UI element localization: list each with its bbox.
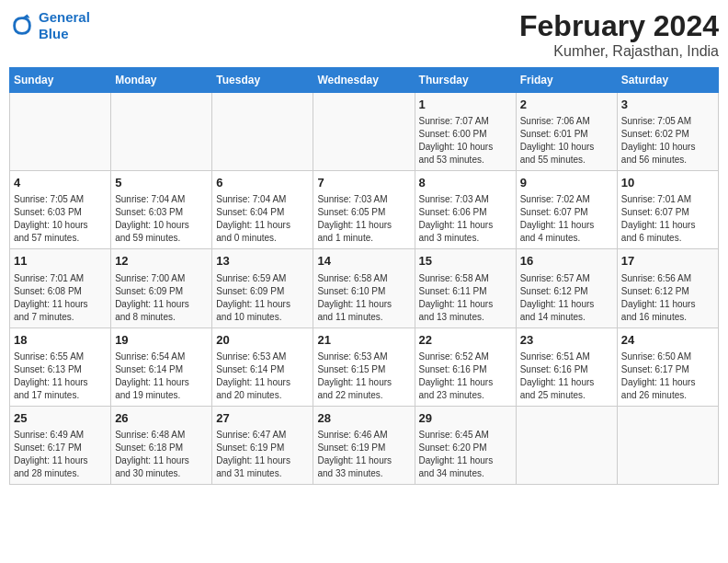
day-info: Sunrise: 6:48 AM Sunset: 6:18 PM Dayligh… bbox=[115, 429, 208, 480]
day-number: 22 bbox=[419, 332, 512, 349]
day-info: Sunrise: 7:05 AM Sunset: 6:02 PM Dayligh… bbox=[621, 115, 714, 167]
day-number: 10 bbox=[621, 175, 714, 191]
calendar-cell: 23Sunrise: 6:51 AM Sunset: 6:16 PM Dayli… bbox=[516, 327, 617, 406]
calendar-cell: 21Sunrise: 6:53 AM Sunset: 6:15 PM Dayli… bbox=[313, 327, 415, 406]
day-info: Sunrise: 7:03 AM Sunset: 6:06 PM Dayligh… bbox=[419, 193, 512, 245]
weekday-header-tuesday: Tuesday bbox=[212, 68, 313, 93]
calendar-cell: 4Sunrise: 7:05 AM Sunset: 6:03 PM Daylig… bbox=[10, 171, 111, 249]
calendar-cell: 1Sunrise: 7:07 AM Sunset: 6:00 PM Daylig… bbox=[415, 93, 516, 171]
calendar-cell: 29Sunrise: 6:45 AM Sunset: 6:20 PM Dayli… bbox=[415, 406, 516, 484]
weekday-header-monday: Monday bbox=[111, 68, 212, 93]
calendar-cell: 16Sunrise: 6:57 AM Sunset: 6:12 PM Dayli… bbox=[516, 249, 617, 327]
day-info: Sunrise: 7:04 AM Sunset: 6:04 PM Dayligh… bbox=[216, 193, 309, 245]
day-info: Sunrise: 6:58 AM Sunset: 6:11 PM Dayligh… bbox=[419, 272, 512, 324]
day-number: 12 bbox=[115, 253, 208, 270]
weekday-header-friday: Friday bbox=[516, 68, 617, 93]
calendar-cell: 27Sunrise: 6:47 AM Sunset: 6:19 PM Dayli… bbox=[212, 406, 313, 484]
day-info: Sunrise: 6:56 AM Sunset: 6:12 PM Dayligh… bbox=[621, 272, 714, 324]
calendar-cell: 11Sunrise: 7:01 AM Sunset: 6:08 PM Dayli… bbox=[10, 249, 111, 327]
day-info: Sunrise: 6:53 AM Sunset: 6:15 PM Dayligh… bbox=[317, 350, 410, 402]
subtitle: Kumher, Rajasthan, India bbox=[519, 43, 719, 60]
day-number: 14 bbox=[317, 253, 410, 270]
day-number: 7 bbox=[317, 175, 410, 191]
day-number: 19 bbox=[115, 332, 208, 349]
day-info: Sunrise: 6:49 AM Sunset: 6:17 PM Dayligh… bbox=[14, 429, 107, 480]
day-info: Sunrise: 7:01 AM Sunset: 6:07 PM Dayligh… bbox=[621, 193, 714, 245]
weekday-header-thursday: Thursday bbox=[415, 68, 516, 93]
week-row-1: 4Sunrise: 7:05 AM Sunset: 6:03 PM Daylig… bbox=[10, 171, 719, 249]
calendar-cell: 20Sunrise: 6:53 AM Sunset: 6:14 PM Dayli… bbox=[212, 327, 313, 406]
calendar-cell: 19Sunrise: 6:54 AM Sunset: 6:14 PM Dayli… bbox=[111, 327, 212, 406]
day-info: Sunrise: 6:51 AM Sunset: 6:16 PM Dayligh… bbox=[520, 350, 613, 402]
day-number: 11 bbox=[14, 253, 107, 270]
day-info: Sunrise: 7:03 AM Sunset: 6:05 PM Dayligh… bbox=[317, 193, 410, 245]
calendar-cell: 26Sunrise: 6:48 AM Sunset: 6:18 PM Dayli… bbox=[111, 406, 212, 484]
day-number: 13 bbox=[216, 253, 309, 270]
week-row-0: 1Sunrise: 7:07 AM Sunset: 6:00 PM Daylig… bbox=[10, 93, 719, 171]
day-number: 23 bbox=[520, 332, 613, 349]
calendar-cell: 15Sunrise: 6:58 AM Sunset: 6:11 PM Dayli… bbox=[415, 249, 516, 327]
weekday-header-sunday: Sunday bbox=[10, 68, 111, 93]
day-info: Sunrise: 6:55 AM Sunset: 6:13 PM Dayligh… bbox=[14, 350, 107, 402]
day-number: 8 bbox=[419, 175, 512, 191]
weekday-header-wednesday: Wednesday bbox=[313, 68, 415, 93]
day-info: Sunrise: 6:45 AM Sunset: 6:20 PM Dayligh… bbox=[419, 429, 512, 480]
calendar-header: SundayMondayTuesdayWednesdayThursdayFrid… bbox=[10, 68, 719, 93]
day-number: 24 bbox=[621, 332, 714, 349]
calendar-cell: 14Sunrise: 6:58 AM Sunset: 6:10 PM Dayli… bbox=[313, 249, 415, 327]
calendar-cell: 5Sunrise: 7:04 AM Sunset: 6:03 PM Daylig… bbox=[111, 171, 212, 249]
day-info: Sunrise: 6:59 AM Sunset: 6:09 PM Dayligh… bbox=[216, 272, 309, 324]
day-info: Sunrise: 7:07 AM Sunset: 6:00 PM Dayligh… bbox=[419, 115, 512, 167]
day-info: Sunrise: 7:01 AM Sunset: 6:08 PM Dayligh… bbox=[14, 272, 107, 324]
calendar-cell: 17Sunrise: 6:56 AM Sunset: 6:12 PM Dayli… bbox=[617, 249, 718, 327]
day-info: Sunrise: 7:05 AM Sunset: 6:03 PM Dayligh… bbox=[14, 193, 107, 245]
calendar-cell bbox=[617, 406, 718, 484]
calendar-cell: 3Sunrise: 7:05 AM Sunset: 6:02 PM Daylig… bbox=[617, 93, 718, 171]
day-number: 1 bbox=[419, 97, 512, 113]
day-number: 27 bbox=[216, 410, 309, 427]
calendar-cell: 6Sunrise: 7:04 AM Sunset: 6:04 PM Daylig… bbox=[212, 171, 313, 249]
day-number: 5 bbox=[115, 175, 208, 191]
day-info: Sunrise: 7:02 AM Sunset: 6:07 PM Dayligh… bbox=[520, 193, 613, 245]
day-info: Sunrise: 6:46 AM Sunset: 6:19 PM Dayligh… bbox=[317, 429, 410, 480]
day-number: 29 bbox=[419, 410, 512, 427]
calendar-cell bbox=[516, 406, 617, 484]
day-number: 16 bbox=[520, 253, 613, 270]
calendar-cell: 7Sunrise: 7:03 AM Sunset: 6:05 PM Daylig… bbox=[313, 171, 415, 249]
calendar-body: 1Sunrise: 7:07 AM Sunset: 6:00 PM Daylig… bbox=[10, 93, 719, 485]
main-title: February 2024 bbox=[519, 9, 719, 43]
day-info: Sunrise: 7:00 AM Sunset: 6:09 PM Dayligh… bbox=[115, 272, 208, 324]
calendar-cell bbox=[10, 93, 111, 171]
week-row-2: 11Sunrise: 7:01 AM Sunset: 6:08 PM Dayli… bbox=[10, 249, 719, 327]
calendar-cell bbox=[313, 93, 415, 171]
day-number: 2 bbox=[520, 97, 613, 113]
title-area: February 2024 Kumher, Rajasthan, India bbox=[519, 9, 719, 60]
day-number: 4 bbox=[14, 175, 107, 191]
week-row-4: 25Sunrise: 6:49 AM Sunset: 6:17 PM Dayli… bbox=[10, 406, 719, 484]
calendar-cell: 22Sunrise: 6:52 AM Sunset: 6:16 PM Dayli… bbox=[415, 327, 516, 406]
calendar-cell: 10Sunrise: 7:01 AM Sunset: 6:07 PM Dayli… bbox=[617, 171, 718, 249]
calendar-cell bbox=[212, 93, 313, 171]
calendar-cell: 18Sunrise: 6:55 AM Sunset: 6:13 PM Dayli… bbox=[10, 327, 111, 406]
calendar-cell: 2Sunrise: 7:06 AM Sunset: 6:01 PM Daylig… bbox=[516, 93, 617, 171]
calendar-table: SundayMondayTuesdayWednesdayThursdayFrid… bbox=[9, 67, 719, 485]
day-number: 3 bbox=[621, 97, 714, 113]
day-number: 15 bbox=[419, 253, 512, 270]
day-info: Sunrise: 6:57 AM Sunset: 6:12 PM Dayligh… bbox=[520, 272, 613, 324]
header: General Blue February 2024 Kumher, Rajas… bbox=[9, 9, 719, 60]
calendar-cell: 12Sunrise: 7:00 AM Sunset: 6:09 PM Dayli… bbox=[111, 249, 212, 327]
day-info: Sunrise: 6:50 AM Sunset: 6:17 PM Dayligh… bbox=[621, 350, 714, 402]
logo-text: General Blue bbox=[39, 9, 90, 42]
weekday-header-saturday: Saturday bbox=[617, 68, 718, 93]
logo-line2: Blue bbox=[39, 26, 69, 41]
logo-icon bbox=[9, 13, 35, 39]
day-info: Sunrise: 7:06 AM Sunset: 6:01 PM Dayligh… bbox=[520, 115, 613, 167]
day-number: 25 bbox=[14, 410, 107, 427]
day-info: Sunrise: 6:52 AM Sunset: 6:16 PM Dayligh… bbox=[419, 350, 512, 402]
day-info: Sunrise: 7:04 AM Sunset: 6:03 PM Dayligh… bbox=[115, 193, 208, 245]
calendar-cell: 25Sunrise: 6:49 AM Sunset: 6:17 PM Dayli… bbox=[10, 406, 111, 484]
day-number: 20 bbox=[216, 332, 309, 349]
calendar-cell: 8Sunrise: 7:03 AM Sunset: 6:06 PM Daylig… bbox=[415, 171, 516, 249]
day-number: 17 bbox=[621, 253, 714, 270]
day-number: 6 bbox=[216, 175, 309, 191]
